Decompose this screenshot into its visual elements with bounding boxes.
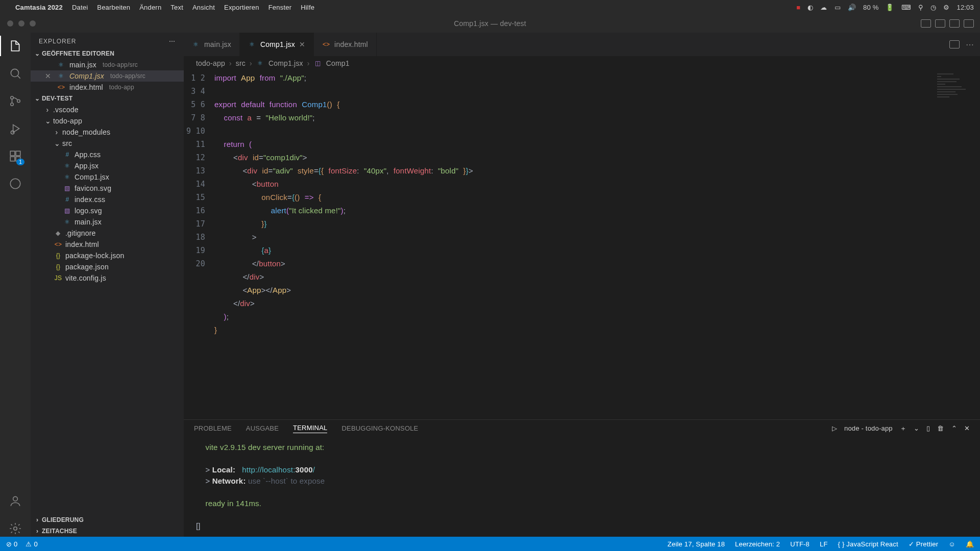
status-eol[interactable]: LF: [820, 540, 828, 548]
record-icon[interactable]: ■: [796, 4, 800, 11]
code-editor[interactable]: 1 2 3 4 5 6 7 8 9 10 11 12 13 14 15 16 1…: [184, 70, 980, 419]
close-tab-icon[interactable]: ✕: [299, 40, 305, 48]
timeline-section[interactable]: ›ZEITACHSE: [31, 525, 184, 537]
jsx-icon: ⚛: [63, 162, 71, 169]
traffic-lights[interactable]: [0, 20, 36, 27]
maximize-window-icon[interactable]: [30, 20, 36, 27]
svg-point-2: [11, 103, 13, 106]
sound-icon[interactable]: 🔊: [848, 4, 856, 11]
open-editors-section[interactable]: ⌄ GEÖFFNETE EDITOREN: [31, 48, 184, 59]
file-package-json[interactable]: {}package.json: [31, 261, 184, 272]
status-lang[interactable]: { } JavaScript React: [838, 540, 898, 548]
clock-icon[interactable]: ◷: [930, 4, 936, 11]
minimap[interactable]: [937, 73, 978, 104]
macos-menubar: Camtasia 2022 Datei Bearbeiten Ändern Te…: [0, 0, 980, 14]
tab-index-html[interactable]: <>index.html: [314, 33, 377, 56]
debug-button[interactable]: [7, 120, 23, 137]
file-index-html[interactable]: <>index.html: [31, 239, 184, 250]
status-encoding[interactable]: UTF-8: [790, 540, 810, 548]
status-spaces[interactable]: Leerzeichen: 2: [735, 540, 780, 548]
sys-icon[interactable]: ◐: [807, 4, 813, 11]
folder-node-modules[interactable]: ›node_modules: [31, 127, 184, 138]
menu-fenster[interactable]: Fenster: [268, 4, 291, 11]
terminal-process-icon[interactable]: ▷: [832, 424, 837, 432]
close-window-icon[interactable]: [7, 20, 13, 27]
settings-button[interactable]: [7, 520, 23, 537]
panel-close-icon[interactable]: ✕: [964, 424, 970, 432]
folder-vscode[interactable]: ›.vscode: [31, 104, 184, 115]
chevron-down-icon: ⌄: [35, 50, 40, 57]
status-feedback-icon[interactable]: ☺: [948, 540, 955, 548]
file-main-jsx[interactable]: ⚛main.jsx: [31, 216, 184, 228]
extra-button[interactable]: [7, 176, 23, 192]
panel-tab-terminal[interactable]: TERMINAL: [293, 424, 327, 433]
layout-icon-4[interactable]: [964, 19, 974, 28]
folder-todoapp[interactable]: ⌄todo-app: [31, 115, 184, 127]
status-warnings[interactable]: ⚠ 0: [26, 540, 37, 548]
terminal-dropdown-icon[interactable]: ⌄: [914, 424, 919, 432]
open-editor-item[interactable]: ⚛ main.jsx todo-app/src: [31, 59, 184, 70]
keyboard-icon[interactable]: ⌨: [901, 4, 911, 11]
tab-comp1-jsx[interactable]: ⚛Comp1.jsx✕: [240, 33, 314, 56]
close-icon[interactable]: ✕: [45, 72, 53, 80]
folder-src[interactable]: ⌄src: [31, 138, 184, 149]
panel-tab-probleme[interactable]: PROBLEME: [194, 424, 232, 432]
code-content[interactable]: import App from "./App"; export default …: [214, 70, 980, 419]
file-app-jsx[interactable]: ⚛App.jsx: [31, 160, 184, 171]
tab-main-jsx[interactable]: ⚛main.jsx: [184, 33, 240, 56]
file-index-css[interactable]: #index.css: [31, 194, 184, 205]
battery-icon[interactable]: 🔋: [886, 4, 894, 11]
terminal-label[interactable]: node - todo-app: [844, 424, 893, 432]
split-editor-icon[interactable]: [949, 40, 960, 48]
minimize-window-icon[interactable]: [18, 20, 24, 27]
project-section[interactable]: ⌄ DEV-TEST: [31, 93, 184, 104]
status-bell-icon[interactable]: 🔔: [966, 540, 974, 548]
panel-maximize-icon[interactable]: ⌃: [951, 424, 957, 432]
layout-icon-3[interactable]: [949, 19, 960, 28]
menu-bearbeiten[interactable]: Bearbeiten: [97, 4, 130, 11]
extensions-button[interactable]: 1: [7, 148, 23, 164]
explorer-title: EXPLORER: [39, 38, 76, 45]
file-comp1-jsx[interactable]: ⚛Comp1.jsx: [31, 171, 184, 183]
layout-icon-2[interactable]: [935, 19, 945, 28]
terminal-output[interactable]: vite v2.9.15 dev server running at: > Lo…: [184, 437, 980, 537]
layout-icon-1[interactable]: [921, 19, 931, 28]
display-icon[interactable]: ▭: [835, 4, 841, 11]
status-cursor[interactable]: Zeile 17, Spalte 18: [668, 540, 725, 548]
panel-tab-ausgabe[interactable]: AUSGABE: [246, 424, 279, 432]
file-vite-config[interactable]: JSvite.config.js: [31, 272, 184, 284]
file-favicon-svg[interactable]: ▧favicon.svg: [31, 183, 184, 194]
file-logo-svg[interactable]: ▧logo.svg: [31, 205, 184, 216]
breadcrumb[interactable]: todo-app› src› ⚛Comp1.jsx› ◫Comp1: [184, 56, 980, 70]
menu-hilfe[interactable]: Hilfe: [301, 4, 314, 11]
open-editor-item[interactable]: ✕ ⚛ Comp1.jsx todo-app/src: [31, 70, 184, 82]
open-editor-item[interactable]: <> index.html todo-app: [31, 82, 184, 93]
panel-tab-debug[interactable]: DEBUGGING-KONSOLE: [341, 424, 418, 432]
split-terminal-icon[interactable]: ▯: [926, 424, 930, 432]
new-terminal-icon[interactable]: ＋: [900, 424, 906, 433]
menu-datei[interactable]: Datei: [72, 4, 88, 11]
status-prettier[interactable]: ✓ Prettier: [909, 540, 939, 548]
file-gitignore[interactable]: ◆.gitignore: [31, 228, 184, 239]
control-center-icon[interactable]: ⚙: [943, 4, 949, 11]
outline-section[interactable]: ›GLIEDERUNG: [31, 514, 184, 525]
status-errors[interactable]: ⊘ 0: [6, 540, 17, 548]
wifi-icon[interactable]: ⚲: [918, 4, 923, 11]
search-button[interactable]: [7, 65, 23, 82]
explorer-button[interactable]: [7, 38, 23, 54]
file-app-css[interactable]: #App.css: [31, 149, 184, 160]
menu-aendern[interactable]: Ändern: [139, 4, 161, 11]
clock[interactable]: 12:03: [957, 4, 974, 11]
editor-more-icon[interactable]: ⋯: [966, 40, 974, 49]
menu-exportieren[interactable]: Exportieren: [224, 4, 259, 11]
account-button[interactable]: [7, 493, 23, 509]
jsx-icon: ⚛: [57, 61, 65, 68]
menu-text[interactable]: Text: [170, 4, 183, 11]
menu-ansicht[interactable]: Ansicht: [192, 4, 215, 11]
sys-icon-2[interactable]: ☁: [820, 4, 827, 11]
file-package-lock[interactable]: {}package-lock.json: [31, 250, 184, 261]
source-control-button[interactable]: [7, 93, 23, 109]
app-name[interactable]: Camtasia 2022: [15, 4, 63, 11]
kill-terminal-icon[interactable]: 🗑: [937, 424, 944, 432]
explorer-more-icon[interactable]: ⋯: [169, 38, 176, 45]
